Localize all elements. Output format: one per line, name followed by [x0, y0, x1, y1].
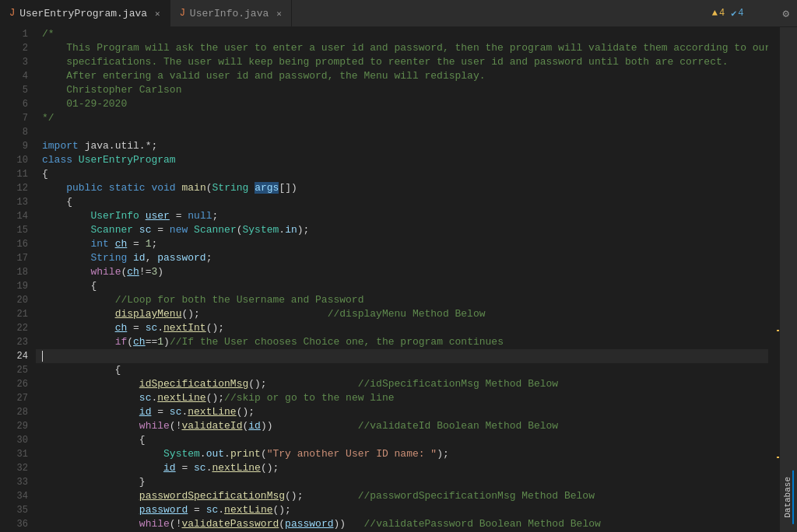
code-line-2: This Program will ask the user to enter …	[36, 41, 779, 55]
code-line-25: {	[36, 363, 779, 377]
tab-userentryprogram[interactable]: J UserEntryProgram.java ✕	[0, 0, 170, 26]
code-line-10: class UserEntryProgram	[36, 153, 779, 167]
line-number-15: 15	[0, 223, 28, 237]
line-number-5: 5	[0, 83, 28, 97]
line-number-7: 7	[0, 111, 28, 125]
line-number-27: 27	[0, 391, 28, 405]
tab-close-userentryprogram[interactable]: ✕	[155, 9, 160, 19]
line-number-17: 17	[0, 251, 28, 265]
sidebar-panel-database[interactable]: Database	[783, 471, 794, 524]
line-number-20: 20	[0, 293, 28, 307]
code-line-31: System.out.print("Try another User ID na…	[36, 447, 779, 461]
line-number-8: 8	[0, 125, 28, 139]
code-editor[interactable]: /* This Program will ask the user to ent…	[36, 27, 779, 532]
code-line-33: }	[36, 475, 779, 489]
code-line-12: public static void main(String args[])	[36, 181, 779, 195]
line-number-32: 32	[0, 461, 28, 475]
code-line-29: while(!validateId(id)) //validateId Bool…	[36, 419, 779, 433]
line-number-29: 29	[0, 419, 28, 433]
code-line-20: //Loop for both the Username and Passwor…	[36, 293, 779, 307]
line-number-22: 22	[0, 321, 28, 335]
line-number-30: 30	[0, 433, 28, 447]
code-line-30: {	[36, 433, 779, 447]
right-sidebar: Database	[779, 27, 797, 532]
code-line-23: if(ch==1)//If the User chooses Choice on…	[36, 335, 779, 349]
code-line-9: import java.util.*;	[36, 139, 779, 153]
tab-label-userentryprogram: UserEntryProgram.java	[19, 8, 147, 19]
app-container: J UserEntryProgram.java ✕ J UserInfo.jav…	[0, 0, 797, 532]
line-number-3: 3	[0, 55, 28, 69]
code-line-5: Christopher Carlson	[36, 83, 779, 97]
code-line-26: idSpecificationMsg(); //idSpecificationM…	[36, 377, 779, 391]
line-number-9: 9	[0, 139, 28, 153]
line-number-21: 21	[0, 307, 28, 321]
error-indicator: ✔ 4	[731, 8, 743, 19]
line-number-24: 24	[0, 349, 28, 363]
line-number-10: 10▶	[0, 153, 28, 167]
warning-indicator: ▲ 4	[712, 8, 725, 19]
line-number-36: 36	[0, 517, 28, 531]
code-line-13: {	[36, 195, 779, 209]
line-number-14: 14	[0, 209, 28, 223]
line-number-23: 23	[0, 335, 28, 349]
error-count: 4	[738, 8, 743, 19]
warning-count: 4	[719, 8, 725, 19]
warning-icon: ▲	[712, 8, 718, 19]
line-number-18: 18	[0, 265, 28, 279]
tab-userinfo[interactable]: J UserInfo.java ✕	[170, 0, 292, 26]
code-line-18: while(ch!=3)	[36, 265, 779, 279]
code-line-4: After entering a valid user id and passw…	[36, 69, 779, 83]
line-number-34: 34	[0, 489, 28, 503]
settings-icon[interactable]: ⚙	[775, 7, 797, 20]
code-line-28: id = sc.nextLine();	[36, 405, 779, 419]
code-line-3: specifications. The user will keep being…	[36, 55, 779, 69]
line-number-26: 26	[0, 377, 28, 391]
code-line-7: */	[36, 111, 779, 125]
tab-icon-java: J	[9, 8, 15, 19]
line-number-2: 2	[0, 41, 28, 55]
line-number-11: 11	[0, 167, 28, 181]
code-line-15: Scanner sc = new Scanner(System.in);	[36, 223, 779, 237]
line-number-13: 13	[0, 195, 28, 209]
code-line-36: while(!validatePassword(password)) //val…	[36, 517, 779, 531]
code-line-32: id = sc.nextLine();	[36, 461, 779, 475]
line-number-31: 31	[0, 447, 28, 461]
line-number-1: 1	[0, 27, 28, 41]
code-line-14: UserInfo user = null;	[36, 209, 779, 223]
code-line-27: sc.nextLine();//skip or go to the new li…	[36, 391, 779, 405]
line-number-19: 19	[0, 279, 28, 293]
code-line-17: String id, password;	[36, 251, 779, 265]
line-number-25: 25	[0, 363, 28, 377]
tab-label-userinfo: UserInfo.java	[190, 8, 269, 19]
line-number-16: 16	[0, 237, 28, 251]
tab-close-userinfo[interactable]: ✕	[276, 9, 282, 19]
code-line-24	[36, 349, 779, 363]
line-number-4: 4	[0, 69, 28, 83]
code-line-21: displayMenu(); //displayMenu Method Belo…	[36, 307, 779, 321]
code-line-16: int ch = 1;	[36, 237, 779, 251]
code-line-6: 01-29-2020	[36, 97, 779, 111]
line-number-12: 12▶	[0, 181, 28, 195]
line-number-6: 6	[0, 97, 28, 111]
tab-bar: J UserEntryProgram.java ✕ J UserInfo.jav…	[0, 0, 797, 27]
code-line-11: {	[36, 167, 779, 181]
line-number-33: 33	[0, 475, 28, 489]
code-line-19: {	[36, 279, 779, 293]
check-icon: ✔	[731, 8, 736, 19]
code-line-1: /*	[36, 27, 779, 41]
tab-icon-java2: J	[180, 8, 185, 19]
code-line-34: passwordSpecificationMsg(); //passwordSp…	[36, 489, 779, 503]
editor-container: 1 2 3 4 5 6 7 8 9 10▶ 11 12▶ 13 14 15 16…	[0, 27, 797, 532]
line-number-35: 35	[0, 503, 28, 517]
line-number-28: 28	[0, 405, 28, 419]
code-line-8	[36, 125, 779, 139]
line-numbers: 1 2 3 4 5 6 7 8 9 10▶ 11 12▶ 13 14 15 16…	[0, 27, 36, 532]
code-line-35: password = sc.nextLine();	[36, 503, 779, 517]
code-line-22: ch = sc.nextInt();	[36, 321, 779, 335]
